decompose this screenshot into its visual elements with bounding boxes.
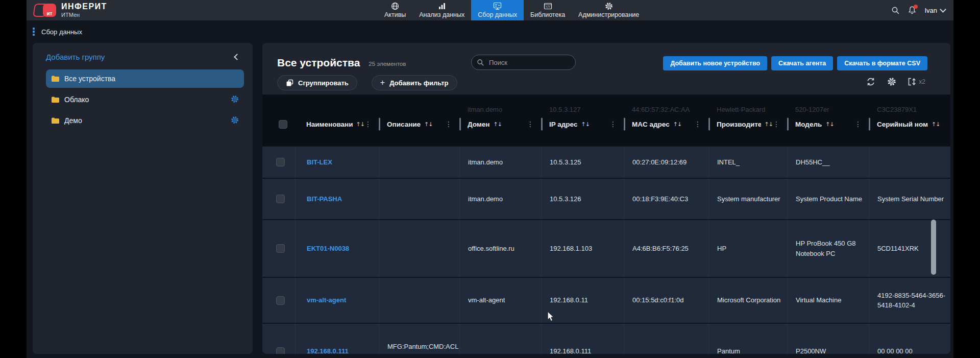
code-window-icon: </>	[544, 2, 552, 10]
sort-icon[interactable]: ↑↓	[765, 121, 773, 128]
col-header-name[interactable]: Наименовани ↑↓ ⋮	[295, 116, 379, 132]
cell-manufacturer: Pantum	[708, 324, 787, 354]
table-toolbar: Сгруппировать + Добавить фильтр	[277, 75, 457, 90]
sidebar-item-cloud[interactable]: Облако	[46, 90, 244, 109]
col-header-model[interactable]: Модель ↑↓ ⋮	[787, 116, 869, 132]
row-checkbox[interactable]	[276, 244, 285, 253]
sort-icon[interactable]: ↑↓	[356, 121, 364, 128]
column-menu-icon[interactable]: ⋮	[609, 120, 617, 128]
breadcrumb-menu-icon[interactable]	[33, 28, 35, 36]
col-header-serial[interactable]: Серийный ном ↑↓	[869, 116, 950, 132]
cell-ip: 192.168.0.11	[541, 278, 624, 323]
col-header-mac[interactable]: MAC адрес ↑↓ ⋮	[624, 116, 708, 132]
group-settings-gear-icon[interactable]	[231, 116, 239, 126]
search-icon[interactable]	[891, 6, 900, 15]
group-settings-gear-icon[interactable]	[231, 95, 239, 105]
breadcrumb-bar: Сбор данных	[27, 20, 953, 43]
devices-panel: Все устройства 25 элементов Добавить нов…	[262, 43, 950, 354]
cell-domain: itman.demo	[459, 147, 541, 178]
screen: ит ИНФЕРИТ ИТМен Активы	[0, 0, 980, 358]
device-link[interactable]: BIT-LEX	[307, 157, 332, 168]
refresh-icon[interactable]	[866, 77, 876, 87]
sort-icon[interactable]: ↑↓	[581, 121, 589, 128]
column-menu-icon[interactable]: ⋮	[445, 120, 452, 128]
column-menu-icon[interactable]: ⋮	[694, 120, 701, 128]
device-link[interactable]: EKT01-N0038	[307, 244, 349, 254]
device-link[interactable]: vm-alt-agent	[307, 295, 346, 305]
vertical-scrollbar[interactable]	[931, 220, 936, 275]
action-buttons: Добавить новое устройство Скачать агента…	[663, 56, 927, 70]
row-checkbox[interactable]	[276, 347, 285, 354]
cell-mac: 00:27:0E:09:12:69	[624, 147, 708, 178]
cell-model: DH55HC__	[787, 147, 869, 178]
cell-description: MFG:Pantum;CMD:ACL series;CID:Pantum-P25	[379, 324, 459, 354]
select-all-checkbox[interactable]	[279, 120, 287, 129]
table-settings-gear-icon[interactable]	[887, 77, 896, 86]
cell-description	[379, 220, 459, 277]
cell-domain	[459, 324, 541, 354]
collapse-sidebar-button[interactable]	[234, 51, 240, 62]
download-csv-button[interactable]: Скачать в формате CSV	[837, 56, 927, 70]
add-filter-button[interactable]: + Добавить фильтр	[372, 75, 457, 90]
bar-chart-icon	[438, 2, 446, 10]
scrolled-ghost-row: itman.demo 10.5.3.127 44:6D:57:32:AC:AA …	[262, 102, 950, 118]
logo[interactable]: ит ИНФЕРИТ ИТМен	[34, 3, 107, 18]
sort-icon[interactable]: ↑↓	[932, 121, 940, 128]
cell-serial: 00 00 00 00	[869, 324, 950, 354]
devices-table: itman.demo 10.5.3.127 44:6D:57:32:AC:AA …	[262, 94, 950, 354]
nav-item-data-analysis[interactable]: Анализ данных	[412, 0, 471, 20]
column-menu-icon[interactable]: ⋮	[364, 120, 372, 128]
col-header-domain[interactable]: Домен ↑↓ ⋮	[459, 116, 541, 132]
notifications-bell-icon[interactable]	[908, 6, 917, 15]
column-menu-icon[interactable]: ⋮	[854, 120, 862, 128]
device-search[interactable]	[471, 55, 576, 70]
notification-badge	[914, 5, 918, 9]
cell-model: HP ProBook 450 G8 Notebook PC	[787, 220, 869, 277]
cell-manufacturer: Microsoft Corporation	[708, 278, 787, 323]
group-icon	[286, 79, 293, 87]
row-checkbox[interactable]	[276, 158, 285, 166]
device-link[interactable]: 192.168.0.111	[307, 346, 349, 354]
table-body: BIT-LEX itman.demo 10.5.3.125 00:27:0E:0…	[262, 146, 950, 354]
column-menu-icon[interactable]: ⋮	[527, 120, 534, 128]
search-icon	[477, 59, 484, 66]
sort-icon[interactable]: ↑↓	[424, 121, 432, 128]
nav-item-library[interactable]: </> Библиотека	[524, 0, 572, 20]
product-name: ИТМен	[61, 12, 107, 18]
gear-icon	[605, 2, 613, 10]
add-group-button[interactable]: Добавить группу	[46, 53, 105, 61]
cell-description	[379, 179, 459, 219]
table-row[interactable]: BIT-LEX itman.demo 10.5.3.125 00:27:0E:0…	[262, 146, 950, 178]
user-menu[interactable]: Ivan	[924, 7, 945, 14]
group-by-button[interactable]: Сгруппировать	[277, 75, 357, 90]
row-checkbox[interactable]	[276, 296, 285, 305]
sidebar-item-demo[interactable]: Демо	[46, 111, 244, 130]
table-row[interactable]: vm-alt-agent vm-alt-agent 192.168.0.11 0…	[262, 277, 950, 323]
table-row[interactable]: BIT-PASHA itman.demo 10.5.3.126 00:18:F3…	[262, 178, 950, 219]
sidebar-item-all-devices[interactable]: Все устройства	[46, 69, 244, 88]
add-device-button[interactable]: Добавить новое устройство	[663, 56, 767, 70]
row-checkbox[interactable]	[276, 195, 285, 203]
search-input[interactable]	[488, 58, 580, 67]
nav-item-assets[interactable]: Активы	[378, 0, 412, 20]
device-link[interactable]: BIT-PASHA	[307, 194, 342, 204]
download-agent-button[interactable]: Скачать агента	[771, 56, 833, 70]
folder-icon	[51, 75, 60, 82]
cell-mac: 00:18:F3:9E:40:C3	[624, 179, 708, 219]
table-row[interactable]: EKT01-N0038 office.softline.ru 192.168.1…	[262, 219, 950, 277]
svg-text:</>: </>	[545, 5, 550, 8]
nav-item-data-collection[interactable]: Сбор данных	[471, 0, 524, 20]
sort-icon[interactable]: ↑↓	[494, 121, 502, 128]
col-header-description[interactable]: Описание ↑↓ ⋮	[379, 116, 459, 132]
cell-serial: 4192-8835-5464-3656-5418-4102-4	[869, 278, 950, 323]
row-height-icon[interactable]: x2	[908, 77, 925, 86]
table-row[interactable]: 192.168.0.111 MFG:Pantum;CMD:ACL series;…	[262, 323, 950, 354]
sort-icon[interactable]: ↑↓	[825, 121, 834, 128]
col-header-ip[interactable]: IP адрес ↑↓ ⋮	[541, 116, 624, 132]
sort-icon[interactable]: ↑↓	[673, 121, 681, 128]
nav-item-administration[interactable]: Администрирование	[572, 0, 646, 20]
column-menu-icon[interactable]: ⋮	[773, 120, 780, 128]
col-header-manufacturer[interactable]: Производител ↑↓ ⋮	[708, 116, 787, 132]
cell-model: System Product Name	[787, 179, 869, 219]
top-right-controls: Ivan	[891, 0, 945, 20]
